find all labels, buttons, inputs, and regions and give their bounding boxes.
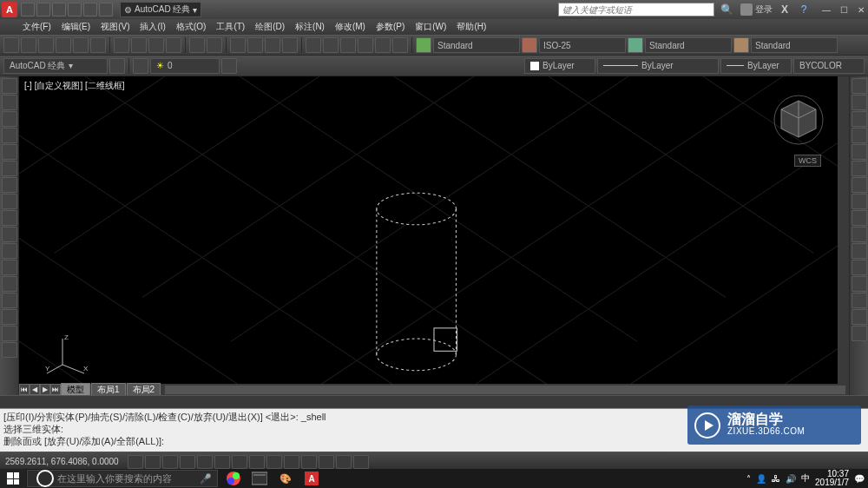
polar-icon[interactable] (180, 455, 195, 469)
app-color-icon[interactable] (223, 470, 244, 487)
grid-icon[interactable] (145, 455, 161, 469)
menu-draw[interactable]: 绘图(D) (250, 19, 290, 35)
new-icon[interactable] (3, 37, 19, 53)
exchange-icon[interactable]: X (778, 3, 792, 16)
help-search-input[interactable] (558, 3, 714, 16)
mtext-icon[interactable] (2, 293, 17, 308)
spline-icon[interactable] (2, 177, 17, 193)
join-icon[interactable] (852, 276, 867, 292)
osnap-icon[interactable] (197, 455, 213, 469)
viewcube[interactable] (773, 94, 825, 146)
menu-help[interactable]: 帮助(H) (451, 19, 491, 35)
workspace-selector[interactable]: ⚙ AutoCAD 经典 ▾ (120, 2, 201, 17)
undo-icon[interactable] (189, 37, 205, 53)
table-icon[interactable] (2, 243, 17, 259)
text-icon[interactable] (2, 276, 17, 292)
coord-display[interactable]: 2569.2611, 676.4086, 0.0000 (5, 457, 119, 466)
search-icon[interactable]: 🔍 (720, 3, 733, 16)
ml-style-select[interactable]: Standard (751, 37, 838, 53)
menu-insert[interactable]: 插入(I) (135, 19, 170, 35)
pline-icon[interactable] (2, 95, 17, 110)
app-video-icon[interactable] (249, 470, 270, 487)
lineweight-select[interactable]: ByLayer (720, 58, 792, 74)
dim-style-icon[interactable] (522, 37, 537, 53)
array-icon[interactable] (852, 144, 867, 160)
palette-icon[interactable] (340, 37, 356, 53)
menu-view[interactable]: 视图(V) (95, 19, 135, 35)
sc-icon[interactable] (336, 455, 352, 469)
snap-icon[interactable] (128, 455, 143, 469)
tray-up-icon[interactable]: ˄ (746, 474, 751, 484)
view-label[interactable]: [-] [自定义视图] [二维线框] (24, 80, 125, 92)
notif-icon[interactable]: 💬 (854, 474, 865, 484)
layer-mgr-icon[interactable] (109, 58, 125, 74)
tab-nav-first[interactable]: ⏮ (19, 384, 30, 395)
lwt-icon[interactable] (284, 455, 299, 469)
calc-icon[interactable] (392, 37, 408, 53)
qat-save-icon[interactable] (52, 3, 66, 16)
tab-nav-prev[interactable]: ◀ (30, 384, 40, 395)
tray-people-icon[interactable]: 👤 (756, 474, 766, 484)
break-icon[interactable] (852, 260, 867, 275)
circle-icon[interactable] (2, 111, 17, 127)
tray-ime-icon[interactable]: 中 (801, 472, 810, 485)
block-icon[interactable] (2, 309, 17, 325)
rotate-icon[interactable] (852, 177, 867, 193)
qat-new-icon[interactable] (21, 3, 35, 16)
otrack-icon[interactable] (232, 455, 247, 469)
tab-layout2[interactable]: 布局2 (127, 383, 161, 395)
linetype-select[interactable]: ByLayer (597, 58, 719, 74)
trim-icon[interactable] (852, 227, 867, 242)
tpy-icon[interactable] (301, 455, 317, 469)
3dosnap-icon[interactable] (214, 455, 230, 469)
color-select[interactable]: ByLayer (524, 58, 595, 74)
paste-icon[interactable] (148, 37, 164, 53)
zoom-window-icon[interactable] (265, 37, 280, 53)
move-icon[interactable] (852, 161, 867, 176)
app-logo[interactable]: A (2, 2, 17, 17)
tray-volume-icon[interactable]: 🔊 (786, 474, 796, 484)
tab-model[interactable]: 模型 (61, 383, 90, 395)
layer-props-icon[interactable] (133, 58, 148, 74)
menu-window[interactable]: 窗口(W) (410, 19, 451, 35)
minimize-button[interactable]: — (821, 4, 832, 15)
tab-nav-next[interactable]: ▶ (40, 384, 50, 395)
copy-icon[interactable] (131, 37, 147, 53)
menu-tools[interactable]: 工具(T) (211, 19, 250, 35)
cut-icon[interactable] (114, 37, 129, 53)
qat-print-icon[interactable] (68, 3, 82, 16)
app-autocad-icon[interactable]: A (301, 470, 322, 487)
chamfer-icon[interactable] (852, 293, 867, 308)
text-style-icon[interactable] (416, 37, 431, 53)
app-paint-icon[interactable]: 🎨 (275, 470, 296, 487)
dc-icon[interactable] (323, 37, 339, 53)
extend-icon[interactable] (852, 243, 867, 259)
offset-icon[interactable] (852, 128, 867, 143)
redo-icon[interactable] (207, 37, 222, 53)
rect-icon[interactable] (2, 144, 17, 160)
layer-state-icon[interactable] (221, 58, 237, 74)
menu-file[interactable]: 文件(F) (17, 19, 56, 35)
plotstyle-select[interactable]: BYCOLOR (793, 58, 865, 74)
menu-edit[interactable]: 编辑(E) (56, 19, 95, 35)
maximize-button[interactable]: ☐ (838, 4, 849, 15)
arc-icon[interactable] (2, 128, 17, 143)
tab-nav-last[interactable]: ⏭ (50, 384, 61, 395)
fillet-icon[interactable] (852, 309, 867, 325)
taskbar-clock[interactable]: 10:37 2019/1/7 (815, 470, 849, 487)
mic-icon[interactable]: 🎤 (200, 473, 212, 485)
region-icon[interactable] (2, 227, 17, 242)
copy-icon2[interactable] (852, 95, 867, 110)
close-button[interactable]: ✕ (856, 4, 866, 15)
publish-icon[interactable] (90, 37, 106, 53)
start-button[interactable] (0, 469, 26, 488)
erase-icon[interactable] (852, 78, 867, 94)
text-style-select[interactable]: Standard (433, 37, 520, 53)
ellipse-icon[interactable] (2, 161, 17, 176)
props-icon[interactable] (306, 37, 321, 53)
scale-icon[interactable] (852, 194, 867, 209)
zoom-prev-icon[interactable] (282, 37, 298, 53)
wcs-label[interactable]: WCS (794, 155, 821, 167)
taskbar-search[interactable]: 在这里输入你要搜索的内容 🎤 (27, 470, 218, 487)
workspace-select2[interactable]: AutoCAD 经典▾ (3, 58, 108, 74)
